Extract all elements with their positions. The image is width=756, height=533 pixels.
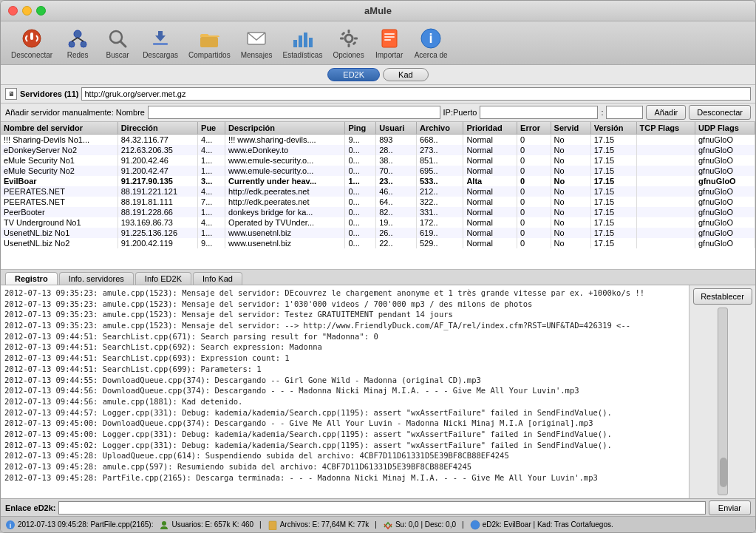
kad-btn[interactable]: Kad	[383, 68, 429, 81]
col-archivos[interactable]: Archivo	[416, 122, 463, 135]
server-count-label: Servidores (11)	[20, 89, 78, 98]
table-row[interactable]: eMule Security No291.200.42.471...www.em…	[1, 166, 755, 176]
network-bar: ED2K Kad	[1, 65, 755, 85]
col-descripcion[interactable]: Descripción	[225, 122, 345, 135]
enviar-btn[interactable]: Enviar	[709, 500, 751, 515]
toolbar-buscar[interactable]: Buscar	[98, 24, 137, 61]
cell-puerto: 4...	[198, 145, 225, 155]
col-tcp[interactable]: TCP Flags	[636, 122, 695, 135]
tab-info-kad[interactable]: Info Kad	[193, 272, 242, 285]
svg-line-5	[72, 38, 78, 41]
servers-tbody: !!! Sharing-Devils No1...84.32.116.774..…	[1, 135, 755, 249]
col-puerto[interactable]: Pue	[198, 122, 225, 135]
cell-puerto: 1...	[198, 166, 225, 176]
cell-ping: 0...	[345, 197, 376, 207]
cell-nombre: UsenetNL.biz No1	[1, 228, 118, 238]
toolbar-opciones[interactable]: Opciones	[328, 24, 368, 61]
enlace-label: Enlace eD2k:	[5, 503, 55, 512]
col-nombre[interactable]: Nombre del servidor	[1, 122, 118, 135]
toolbar-importar[interactable]: Importar	[370, 24, 409, 61]
separator3: |	[462, 520, 464, 529]
toolbar-mensajes[interactable]: Mensajes	[236, 24, 277, 61]
cell-udp: gfnuGloO	[695, 197, 755, 207]
col-error[interactable]: Error	[517, 122, 551, 135]
ip-input[interactable]	[480, 106, 598, 119]
transfer-icon	[383, 520, 393, 530]
tab-info-servidores[interactable]: Info. servidores	[59, 272, 134, 285]
toolbar-descargas[interactable]: Descargas	[138, 24, 183, 61]
col-ping[interactable]: Ping	[345, 122, 376, 135]
add-btn[interactable]: Añadir	[646, 105, 686, 120]
cell-tcp	[636, 207, 695, 217]
log-entry: 2012-07-13 09:45:00: Logger.cpp(331): De…	[4, 429, 685, 440]
window-controls	[8, 6, 46, 16]
toolbar-compartidos[interactable]: Compartidos	[184, 24, 235, 61]
toolbar-estadisticas[interactable]: Estadísticas	[278, 24, 327, 61]
add-name-input[interactable]	[148, 106, 440, 119]
cell-prioridad: Alta	[463, 176, 517, 186]
svg-point-32	[162, 521, 166, 526]
servers-table-container: Nombre del servidor Dirección Pue Descri…	[1, 122, 755, 270]
tab-registro[interactable]: Registro	[5, 272, 58, 285]
col-version[interactable]: Versión	[590, 122, 636, 135]
mensajes-icon	[245, 27, 268, 50]
col-udp[interactable]: UDP Flags	[695, 122, 755, 135]
toolbar-acerca[interactable]: i Acerca de	[410, 24, 452, 61]
cell-usuarios: 70..	[376, 166, 417, 176]
col-servidor[interactable]: Servid	[551, 122, 590, 135]
maximize-button[interactable]	[36, 6, 46, 16]
status-archivos: Archivos: E: 77,64M K: 77k	[268, 520, 370, 530]
table-row[interactable]: UsenetNL.biz No191.225.136.1261...www.us…	[1, 228, 755, 238]
cell-servidor: No	[551, 207, 590, 217]
titlebar: aMule	[1, 1, 755, 21]
cell-tcp	[636, 217, 695, 228]
table-row[interactable]: eMule Security No191.200.42.461...www.em…	[1, 155, 755, 166]
acerca-icon: i	[419, 27, 443, 50]
minimize-button[interactable]	[22, 6, 32, 16]
close-button[interactable]	[8, 6, 18, 16]
cell-error: 0	[517, 217, 551, 228]
table-row[interactable]: UsenetNL.biz No291.200.42.1199...www.use…	[1, 238, 755, 248]
toolbar-redes[interactable]: Redes	[58, 24, 97, 61]
servers-table-scroll[interactable]: Nombre del servidor Dirección Pue Descri…	[1, 122, 755, 269]
svg-rect-20	[340, 38, 344, 40]
log-scrollbar-thumb	[720, 458, 727, 487]
cell-tcp	[636, 228, 695, 238]
usuarios-text: Usuarios: E: 657k K: 460	[171, 520, 253, 529]
cell-udp: gfnuGloO	[695, 176, 755, 186]
table-row[interactable]: PEERATES.NET88.191.221.1214...http://edk…	[1, 186, 755, 197]
col-prioridad[interactable]: Prioridad	[463, 122, 517, 135]
svg-rect-24	[382, 30, 397, 47]
table-row[interactable]: PeerBooter88.191.228.661...donkeys bridg…	[1, 207, 755, 217]
cell-descripcion: http://edk.peerates.net	[225, 197, 345, 207]
cell-error: 0	[517, 166, 551, 176]
table-row[interactable]: EvilBoar91.217.90.1353...Currently under…	[1, 176, 755, 186]
cell-version: 17.15	[590, 207, 636, 217]
col-usuarios[interactable]: Usuari	[376, 122, 417, 135]
table-row[interactable]: PEERATES.NET88.191.81.1117...http://edk.…	[1, 197, 755, 207]
server-url-input[interactable]	[81, 87, 751, 101]
table-row[interactable]: !!! Sharing-Devils No1...84.32.116.774..…	[1, 135, 755, 146]
table-row[interactable]: TV Underground No1193.169.86.734...Opera…	[1, 217, 755, 228]
toolbar-desconectar[interactable]: Desconectar	[7, 24, 57, 61]
buscar-label: Buscar	[106, 51, 129, 59]
enlace-input[interactable]	[58, 501, 705, 515]
info-icon: i	[5, 520, 16, 530]
cell-servidor: No	[551, 197, 590, 207]
cell-direccion: 91.200.42.46	[118, 155, 197, 166]
log-section: Registro Info. servidores Info ED2K Info…	[1, 270, 755, 498]
cell-archivos: 273..	[416, 145, 463, 155]
svg-line-8	[120, 41, 126, 47]
disconnect-server-btn[interactable]: Desconectar	[689, 105, 751, 120]
log-text[interactable]: 2012-07-13 09:35:23: amule.cpp(1523): Me…	[1, 285, 689, 498]
port-input[interactable]	[606, 106, 643, 119]
cell-servidor: No	[551, 145, 590, 155]
app-title: aMule	[364, 5, 392, 16]
restablecer-btn[interactable]: Restablecer	[693, 288, 752, 305]
table-row[interactable]: eDonkeyServer No2212.63.206.354...www.eD…	[1, 145, 755, 155]
cell-prioridad: Normal	[463, 207, 517, 217]
tab-info-ed2k[interactable]: Info ED2K	[135, 272, 191, 285]
ed2k-btn[interactable]: ED2K	[327, 68, 380, 81]
col-direccion[interactable]: Dirección	[118, 122, 197, 135]
log-scrollbar[interactable]	[718, 308, 728, 495]
